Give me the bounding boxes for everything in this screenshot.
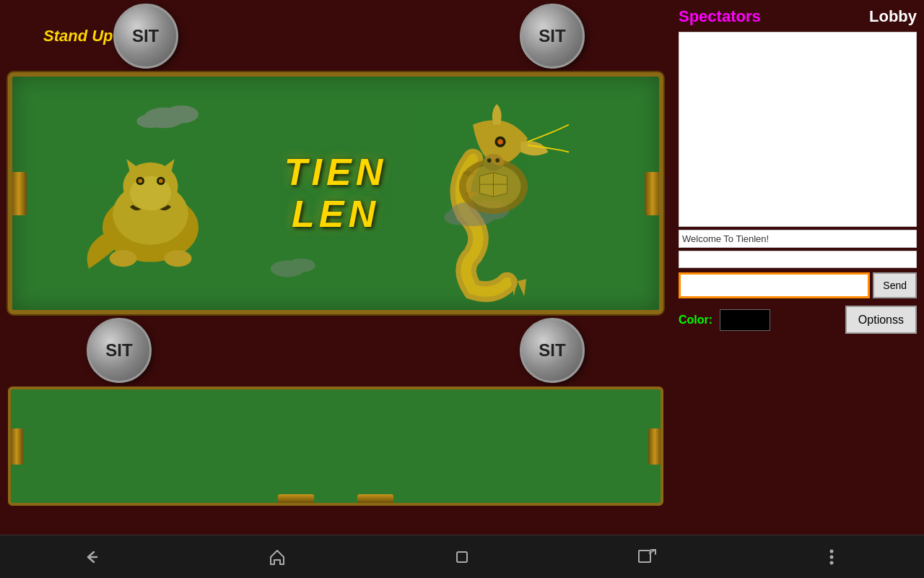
svg-point-15 <box>449 202 497 226</box>
svg-point-4 <box>136 177 144 185</box>
svg-point-0 <box>103 194 199 262</box>
sit-button-bottom-left[interactable]: SIT <box>87 318 152 383</box>
lobby-button[interactable]: Lobby <box>869 7 917 26</box>
stand-up-button[interactable]: Stand Up <box>43 27 113 46</box>
svg-point-7 <box>159 179 163 184</box>
spectators-label: Spectators <box>679 7 761 26</box>
hand-ornament-right <box>648 428 661 465</box>
svg-point-22 <box>483 154 504 171</box>
chat-welcome-message: Welcome To Tienlen! <box>679 230 917 248</box>
svg-point-16 <box>471 201 509 220</box>
svg-point-19 <box>288 259 315 272</box>
table-ornament-left <box>11 172 27 215</box>
svg-point-20 <box>459 159 528 214</box>
nav-back-button[interactable] <box>74 543 110 571</box>
hand-bottom-ornament-left <box>278 494 314 503</box>
svg-point-13 <box>165 105 199 124</box>
svg-point-29 <box>830 549 834 553</box>
board-section: Stand Up SIT SIT <box>0 0 671 535</box>
chat-input[interactable] <box>679 272 870 298</box>
svg-point-9 <box>165 250 192 267</box>
svg-point-5 <box>157 177 165 185</box>
card-table: TIENLEN <box>8 72 663 314</box>
svg-point-17 <box>444 210 474 225</box>
svg-point-6 <box>138 179 142 184</box>
svg-point-24 <box>495 158 500 163</box>
svg-point-10 <box>494 137 505 147</box>
svg-point-11 <box>497 139 503 144</box>
svg-point-30 <box>830 555 834 558</box>
color-swatch[interactable] <box>720 309 770 331</box>
svg-point-1 <box>113 183 188 245</box>
send-button[interactable]: Send <box>873 272 917 298</box>
hand-ornament-left <box>10 428 23 465</box>
svg-point-8 <box>110 250 137 267</box>
chat-display <box>679 32 917 227</box>
nav-home-button[interactable] <box>259 543 295 571</box>
svg-point-3 <box>130 176 171 211</box>
svg-point-21 <box>466 165 521 209</box>
svg-point-31 <box>830 561 834 564</box>
chat-input-row: Send <box>679 272 917 298</box>
nav-more-button[interactable] <box>814 543 850 571</box>
svg-point-23 <box>487 158 492 163</box>
game-title: TIENLEN <box>284 152 387 234</box>
color-label: Color: <box>679 314 712 327</box>
svg-point-2 <box>123 163 178 211</box>
svg-rect-26 <box>457 552 467 562</box>
sit-button-top-left[interactable]: SIT <box>113 4 178 69</box>
nav-recents-button[interactable] <box>444 543 480 571</box>
sit-button-top-right[interactable]: SIT <box>520 4 585 69</box>
table-ornament-right <box>645 172 661 215</box>
nav-screenshot-button[interactable] <box>629 543 665 571</box>
game-logo: TIENLEN <box>284 152 387 234</box>
svg-point-18 <box>271 261 305 277</box>
top-row: Stand Up SIT SIT <box>0 0 671 72</box>
player-hand-area <box>8 387 663 506</box>
chat-empty-line <box>679 251 917 268</box>
right-panel: Spectators Lobby Welcome To Tienlen! Sen… <box>671 0 924 535</box>
bottom-row: SIT SIT <box>0 314 671 387</box>
hand-bottom-ornament-right <box>357 494 393 503</box>
bottom-controls: Color: Optionss <box>679 306 917 334</box>
svg-rect-27 <box>639 551 650 562</box>
right-panel-header: Spectators Lobby <box>679 7 917 26</box>
svg-point-12 <box>144 108 185 129</box>
options-button[interactable]: Optionss <box>845 306 917 334</box>
svg-point-14 <box>137 114 165 128</box>
android-nav-bar <box>0 535 924 578</box>
sit-button-bottom-right[interactable]: SIT <box>520 318 585 383</box>
